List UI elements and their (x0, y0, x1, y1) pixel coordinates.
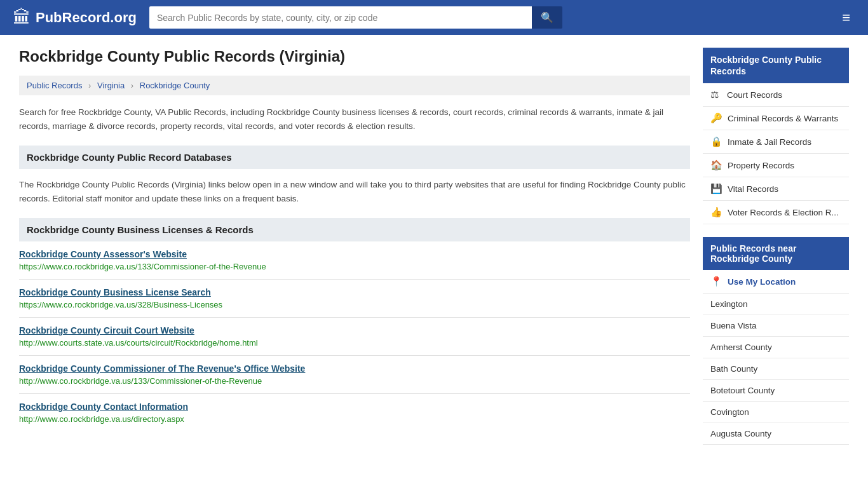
sidebar-label-inmate-records: Inmate & Jail Records (728, 137, 811, 147)
breadcrumb-rockbridge[interactable]: Rockbridge County (140, 81, 210, 90)
logo-link[interactable]: 🏛 PubRecord.org (13, 7, 137, 28)
breadcrumb-public-records[interactable]: Public Records (27, 81, 82, 90)
record-title-4[interactable]: Rockbridge County Contact Information (19, 402, 690, 412)
record-url-0[interactable]: https://www.co.rockbridge.va.us/133/Comm… (19, 262, 266, 271)
record-title-1[interactable]: Rockbridge County Business License Searc… (19, 287, 690, 297)
sidebar-item-vital-records[interactable]: 💾 Vital Records (703, 177, 849, 201)
records-list: Rockbridge County Assessor's Website htt… (19, 241, 690, 431)
location-pin-icon: 📍 (710, 276, 722, 287)
record-entry-3: Rockbridge County Commissioner of The Re… (19, 356, 690, 394)
nearby-item-amherst-county[interactable]: Amherst County (703, 337, 849, 358)
nearby-label-buena-vista: Buena Vista (710, 321, 757, 330)
record-entry-0: Rockbridge County Assessor's Website htt… (19, 241, 690, 280)
menu-button[interactable]: ≡ (837, 7, 855, 29)
nearby-label-bath-county: Bath County (710, 364, 757, 374)
nearby-item-buena-vista[interactable]: Buena Vista (703, 315, 849, 337)
nearby-label-augusta-county: Augusta County (710, 429, 771, 438)
sidebar-label-court-records: Court Records (727, 90, 782, 100)
sidebar-item-criminal-records[interactable]: 🔑 Criminal Records & Warrants (703, 107, 849, 130)
nearby-label-lexington: Lexington (710, 299, 748, 309)
logo-icon: 🏛 (13, 7, 31, 28)
sidebar-label-property-records: Property Records (728, 161, 794, 170)
record-url-4[interactable]: http://www.co.rockbridge.va.us/directory… (19, 414, 184, 424)
nearby-item-bath-county[interactable]: Bath County (703, 358, 849, 380)
sidebar-nearby-title: Public Records near Rockbridge County (703, 237, 849, 270)
use-my-location[interactable]: 📍 Use My Location (703, 270, 849, 294)
breadcrumb-sep-2: › (131, 81, 133, 90)
inmate-records-icon: 🔒 (710, 136, 722, 147)
search-bar: 🔍 (149, 6, 562, 29)
nearby-label-covington: Covington (710, 407, 749, 417)
hamburger-icon: ≡ (842, 10, 850, 25)
biz-section-header: Rockbridge County Business Licenses & Re… (19, 218, 690, 241)
sidebar-label-voter-records: Voter Records & Election R... (728, 208, 839, 217)
db-section-body: The Rockbridge County Public Records (Vi… (19, 178, 690, 205)
property-records-icon: 🏠 (710, 159, 722, 171)
record-entry-2: Rockbridge County Circuit Court Website … (19, 318, 690, 356)
search-icon: 🔍 (541, 12, 553, 23)
court-records-icon: ⚖ (710, 89, 722, 100)
sidebar-label-vital-records: Vital Records (728, 184, 778, 194)
breadcrumb-sep-1: › (88, 81, 91, 90)
nearby-label-botetourt-county: Botetourt County (710, 386, 775, 395)
breadcrumb-virginia[interactable]: Virginia (97, 81, 125, 90)
sidebar-records-title: Rockbridge County Public Records (703, 48, 849, 83)
record-entry-1: Rockbridge County Business License Searc… (19, 280, 690, 318)
sidebar-records-section: Rockbridge County Public Records ⚖ Court… (703, 48, 849, 224)
sidebar-item-inmate-records[interactable]: 🔒 Inmate & Jail Records (703, 130, 849, 154)
record-entry-4: Rockbridge County Contact Information ht… (19, 394, 690, 431)
logo-text: PubRecord.org (36, 10, 137, 26)
nearby-item-augusta-county[interactable]: Augusta County (703, 423, 849, 445)
breadcrumb: Public Records › Virginia › Rockbridge C… (19, 76, 690, 95)
sidebar-label-criminal-records: Criminal Records & Warrants (728, 114, 838, 123)
content-area: Rockbridge County Public Records (Virgin… (19, 48, 690, 458)
record-url-3[interactable]: http://www.co.rockbridge.va.us/133/Commi… (19, 376, 262, 386)
use-location-label: Use My Location (728, 277, 796, 287)
sidebar-item-property-records[interactable]: 🏠 Property Records (703, 154, 849, 177)
page-title: Rockbridge County Public Records (Virgin… (19, 48, 690, 65)
record-url-1[interactable]: https://www.co.rockbridge.va.us/328/Busi… (19, 300, 222, 309)
record-title-0[interactable]: Rockbridge County Assessor's Website (19, 249, 690, 259)
nearby-item-covington[interactable]: Covington (703, 402, 849, 423)
nearby-label-amherst-county: Amherst County (710, 342, 772, 352)
search-input[interactable] (149, 6, 532, 29)
nearby-item-botetourt-county[interactable]: Botetourt County (703, 380, 849, 402)
record-title-3[interactable]: Rockbridge County Commissioner of The Re… (19, 363, 690, 374)
main-container: Rockbridge County Public Records (Virgin… (0, 35, 868, 470)
nearby-item-lexington[interactable]: Lexington (703, 294, 849, 315)
sidebar: Rockbridge County Public Records ⚖ Court… (703, 48, 849, 458)
search-button[interactable]: 🔍 (532, 6, 562, 29)
record-title-2[interactable]: Rockbridge County Circuit Court Website (19, 325, 690, 336)
intro-text: Search for free Rockbridge County, VA Pu… (19, 105, 690, 133)
sidebar-item-voter-records[interactable]: 👍 Voter Records & Election R... (703, 201, 849, 224)
voter-records-icon: 👍 (710, 207, 722, 218)
criminal-records-icon: 🔑 (710, 112, 722, 124)
vital-records-icon: 💾 (710, 183, 722, 194)
record-url-2[interactable]: http://www.courts.state.va.us/courts/cir… (19, 338, 258, 348)
header: 🏛 PubRecord.org 🔍 ≡ (0, 0, 868, 35)
db-section-header: Rockbridge County Public Record Database… (19, 146, 690, 169)
sidebar-nearby-section: Public Records near Rockbridge County 📍 … (703, 237, 849, 445)
sidebar-item-court-records[interactable]: ⚖ Court Records (703, 83, 849, 107)
